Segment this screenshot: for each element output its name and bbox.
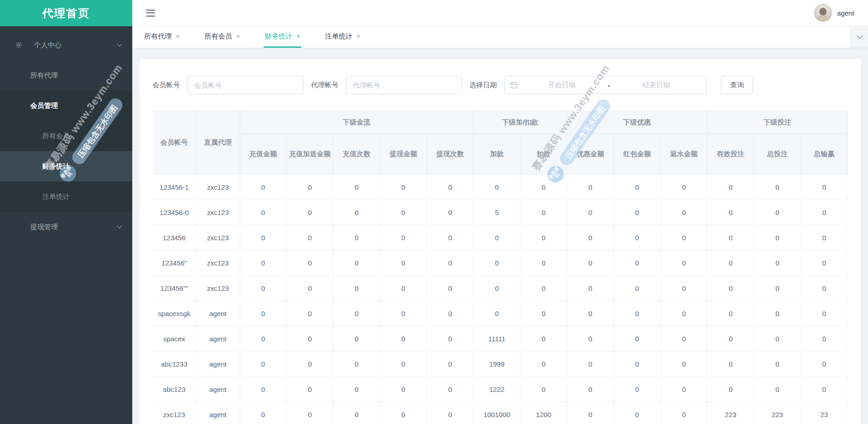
column-header: 有效投注	[707, 134, 754, 175]
column-header: 加款	[473, 134, 520, 175]
cell: 0	[240, 175, 287, 200]
cell: 0	[614, 175, 660, 200]
sidebar-item-label: 提现管理	[30, 223, 58, 232]
sidebar-item-withdrawal-management[interactable]: 提现管理	[0, 212, 132, 242]
cell: 0	[427, 276, 473, 301]
cell: 0	[707, 250, 754, 276]
cell: 0	[754, 175, 801, 200]
cell: 123456""	[152, 276, 196, 301]
app-window: 代理首页 个人中心 所有代理 会员管理 所有会员	[0, 0, 868, 424]
column-header: 返水金额	[660, 134, 707, 175]
cell: 0	[427, 377, 473, 402]
cell: agent	[196, 351, 240, 377]
cell: 0	[520, 377, 567, 402]
cell: 0	[801, 351, 848, 377]
cell: 0	[427, 175, 473, 200]
cell: 0	[754, 276, 801, 301]
column-group-header: 下级金流	[240, 111, 473, 134]
cell: 0	[333, 402, 380, 424]
table-row: 123456zxc1230000000000000	[152, 225, 848, 250]
column-header: 红包金额	[614, 134, 660, 175]
cell: 223	[707, 402, 754, 424]
sidebar-item-all-agents[interactable]: 所有代理	[0, 60, 132, 90]
tab-all-members[interactable]: 所有会员 ×	[203, 26, 241, 48]
cell: 0	[707, 301, 754, 326]
cell: abc1233	[152, 351, 196, 377]
sidebar-item-label: 个人中心	[34, 41, 62, 50]
cell: 0	[707, 200, 754, 225]
avatar[interactable]	[814, 4, 832, 22]
start-date-placeholder[interactable]: 开始日期	[518, 81, 606, 90]
cell: 0	[333, 200, 380, 225]
cell: 0	[473, 301, 520, 326]
cell: 0	[380, 402, 427, 424]
cell: 0	[380, 351, 427, 377]
cell: 0	[240, 200, 287, 225]
cell: 123456-0	[152, 200, 196, 225]
cell: 0	[707, 175, 754, 200]
agent-account-input[interactable]	[346, 76, 462, 94]
cell: 0	[754, 326, 801, 351]
cell: 0	[707, 326, 754, 351]
column-header: 优惠金额	[567, 134, 614, 175]
cell: 0	[427, 200, 473, 225]
cell: 0	[801, 326, 848, 351]
table-header: 会员帐号直属代理下级金流下级加/扣款下级优惠下级投注充值金额充值加送金额充值次数…	[152, 111, 848, 175]
menu-toggle-button[interactable]	[146, 10, 155, 17]
close-icon[interactable]: ×	[357, 33, 361, 40]
end-date-placeholder[interactable]: 结束日期	[612, 81, 701, 90]
cell: 0	[240, 351, 287, 377]
tab-all-agents[interactable]: 所有代理 ×	[143, 26, 180, 48]
topbar: agent	[132, 0, 868, 26]
cell: 1222	[473, 377, 520, 402]
cell: 123456-1	[152, 175, 196, 200]
sidebar-item-all-members[interactable]: 所有会员	[0, 121, 132, 151]
tab-finance-stats[interactable]: 财务统计 ×	[264, 26, 301, 48]
close-icon[interactable]: ×	[296, 33, 300, 40]
cell: 0	[801, 200, 848, 225]
cell: 0	[287, 250, 333, 276]
close-icon[interactable]: ×	[236, 33, 240, 40]
cell: 0	[520, 326, 567, 351]
column-group-header: 下级优惠	[567, 111, 707, 134]
cell: agent	[196, 402, 240, 424]
cell: 0	[614, 301, 660, 326]
tabbar: 所有代理 × 所有会员 × 财务统计 × 注单统计 ×	[132, 26, 868, 48]
tab-list-dropdown-button[interactable]	[851, 26, 868, 48]
cell: 0	[660, 326, 707, 351]
cell: agent	[196, 326, 240, 351]
date-range-picker[interactable]: 开始日期 - 结束日期	[504, 76, 706, 94]
cell: spacexsgk	[152, 301, 196, 326]
tab-label: 财务统计	[265, 32, 292, 41]
cell: 0	[380, 326, 427, 351]
member-account-label: 会员帐号	[152, 81, 180, 90]
cell: 0	[707, 351, 754, 377]
cell: 0	[333, 250, 380, 276]
filter-bar: 会员帐号 代理帐号 选择日期 开始日期 - 结束日	[152, 76, 848, 94]
cell: 0	[614, 326, 660, 351]
cell: agent	[196, 301, 240, 326]
close-icon[interactable]: ×	[176, 33, 180, 40]
sidebar-item-member-management[interactable]: 会员管理	[0, 90, 132, 121]
tab-bet-stats[interactable]: 注单统计 ×	[324, 26, 361, 48]
query-button[interactable]: 查询	[721, 76, 753, 94]
table-row: zxc123agent000001001000120000022322323	[152, 402, 848, 424]
sidebar-item-bet-stats[interactable]: 注单统计	[0, 181, 132, 212]
sidebar-item-finance-stats[interactable]: 财务统计	[0, 151, 132, 181]
column-group-header: 下级加/扣款	[473, 111, 567, 134]
content: 会员帐号 代理帐号 选择日期 开始日期 - 结束日	[132, 48, 868, 424]
cell: 0	[754, 225, 801, 250]
cell: 0	[801, 301, 848, 326]
sidebar-item-personal-center[interactable]: 个人中心	[0, 30, 132, 60]
member-account-input[interactable]	[187, 76, 304, 94]
cell: 0	[287, 301, 333, 326]
cell: 0	[520, 200, 567, 225]
cell: 0	[287, 175, 333, 200]
cell: 23	[801, 402, 848, 424]
cell: 0	[801, 276, 848, 301]
cell: 0	[614, 402, 660, 424]
chevron-down-icon	[117, 225, 122, 229]
column-header: 直属代理	[196, 111, 240, 175]
date-label: 选择日期	[469, 81, 497, 90]
cell: 0	[473, 225, 520, 250]
